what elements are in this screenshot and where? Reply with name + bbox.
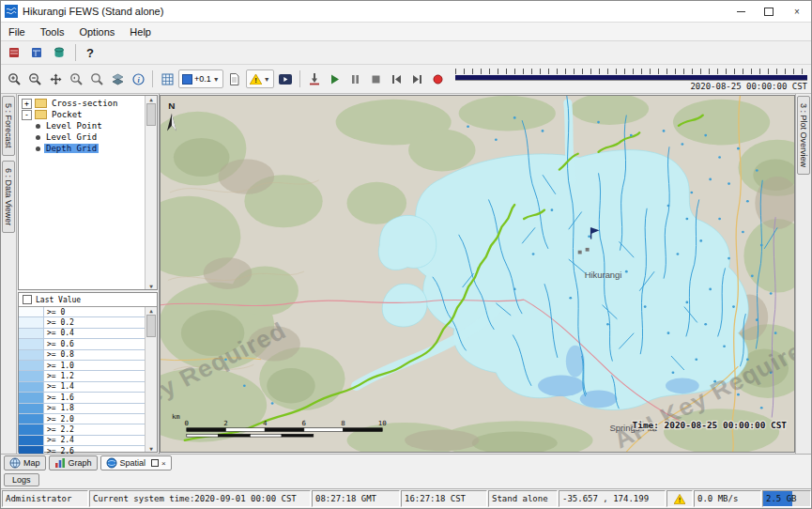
dot-icon [36, 147, 40, 151]
tab-spatial[interactable]: Spatial × [100, 455, 172, 470]
zoom-previous-icon[interactable] [67, 69, 85, 88]
tree-expander-icon[interactable]: + [22, 99, 32, 109]
maximize-button[interactable] [755, 1, 783, 22]
main-region: 5 : Forecast 6 : Data Viewer +Cross-sect… [1, 94, 811, 454]
svg-text:8: 8 [341, 419, 345, 427]
legend-label: >= 2.0 [44, 414, 74, 424]
info-icon[interactable]: i [129, 69, 147, 88]
movie-export-icon[interactable] [276, 69, 295, 88]
map-view[interactable]: API Key Required API Key Required Hikura… [160, 95, 795, 453]
legend-label: >= 0.2 [44, 317, 74, 327]
tab-spatial-label: Spatial [120, 458, 146, 468]
undock-tab-icon[interactable] [151, 459, 159, 467]
title-bar: Hikurangi FEWS (Stand alone) × [1, 1, 811, 23]
folder-icon [35, 99, 47, 108]
last-value-checkbox[interactable] [23, 295, 32, 304]
legend-row: >= 1.8 [19, 404, 145, 414]
scroll-up-icon[interactable]: ▲ [149, 96, 153, 102]
layers-icon[interactable] [108, 69, 127, 88]
scroll-up-icon[interactable]: ▲ [149, 307, 153, 314]
play-button[interactable] [326, 69, 345, 88]
scroll-thumb[interactable] [146, 315, 156, 337]
grid-display-icon[interactable] [158, 69, 176, 88]
svg-text:km: km [172, 413, 180, 422]
left-tab-strip: 5 : Forecast 6 : Data Viewer [1, 94, 17, 454]
svg-text:10: 10 [378, 419, 387, 427]
minimize-button[interactable] [727, 1, 755, 22]
timeline-slider[interactable] [455, 68, 807, 81]
legend-row: >= 0 [19, 307, 145, 317]
chevron-down-icon: ▼ [213, 76, 220, 83]
status-gmt-time: 08:27:18 GMT [312, 490, 400, 507]
legend-row: >= 0.6 [19, 339, 145, 349]
zoom-in-icon[interactable] [5, 69, 23, 88]
help-icon[interactable]: ? [83, 46, 98, 60]
legend-swatch [19, 350, 44, 360]
overlay-value: +0.1 [194, 74, 211, 84]
tree-item[interactable]: Depth Grid [19, 143, 145, 154]
legend-scrollbar[interactable]: ▲ ▼ [145, 307, 157, 452]
map-canvas: API Key Required API Key Required Hikura… [161, 96, 794, 452]
tree-expander-icon[interactable]: - [22, 110, 32, 120]
tree-item[interactable]: -Pocket [19, 109, 145, 120]
dot-icon [36, 135, 40, 140]
legend-swatch [19, 393, 44, 402]
toolbar-separator [152, 70, 153, 87]
zoom-extent-icon[interactable] [87, 69, 106, 88]
legend-label: >= 2.4 [44, 436, 74, 445]
toolbar-separator [75, 44, 76, 61]
tab-plot-overview[interactable]: 3 : Plot Overview [797, 96, 810, 175]
tree-item[interactable]: +Cross-section [19, 98, 145, 109]
tree-item[interactable]: Level Grid [19, 131, 145, 143]
close-tab-icon[interactable]: × [161, 459, 166, 468]
stop-button[interactable] [367, 69, 386, 88]
menu-file[interactable]: File [1, 25, 33, 39]
record-button[interactable] [429, 69, 448, 88]
tree-scrollbar[interactable]: ▲ ▼ [145, 96, 157, 289]
menu-options[interactable]: Options [71, 25, 122, 39]
menu-bar: File Tools Options Help [1, 23, 811, 41]
timeline-bar [455, 75, 807, 80]
legend-swatch [19, 414, 44, 424]
download-data-icon[interactable] [305, 69, 324, 88]
legend-label: >= 0 [44, 307, 65, 316]
legend-label: >= 1.6 [44, 393, 74, 402]
warning-icon: ! [250, 74, 262, 85]
legend-swatch [19, 424, 44, 434]
database-green-icon[interactable] [50, 43, 69, 62]
document-icon[interactable] [225, 69, 244, 88]
legend-panel: Last Value >= 0>= 0.2>= 0.4>= 0.6>= 0.8>… [18, 292, 158, 453]
tab-forecast[interactable]: 5 : Forecast [2, 96, 15, 156]
warning-dropdown[interactable]: ! ▼ [246, 69, 274, 88]
legend-swatch [19, 404, 44, 413]
overlay-value-dropdown[interactable]: +0.1 ▼ [178, 69, 223, 88]
svg-text:i: i [137, 75, 140, 84]
timeline-ticks [455, 69, 807, 74]
database-red-icon[interactable] [5, 43, 23, 62]
map-time-label: Time: 2020-08-25 00:00:00 CST [633, 420, 788, 430]
menu-help[interactable]: Help [122, 25, 159, 39]
current-timestep: 2020-08-25 00:00:00 CST [690, 82, 807, 91]
status-warning-cell[interactable]: ! [666, 490, 693, 507]
zoom-out-icon[interactable] [25, 69, 44, 88]
scroll-thumb[interactable] [146, 103, 156, 126]
tab-graph[interactable]: Graph [49, 455, 98, 470]
pause-button[interactable] [346, 69, 365, 88]
menu-tools[interactable]: Tools [33, 25, 72, 39]
logs-button[interactable]: Logs [4, 473, 39, 486]
step-forward-button[interactable] [408, 69, 427, 88]
tab-map[interactable]: Map [4, 455, 46, 470]
tab-data-viewer[interactable]: 6 : Data Viewer [2, 161, 15, 233]
pan-hand-icon[interactable] [46, 69, 65, 88]
close-button[interactable]: × [783, 1, 811, 22]
legend-header: Last Value [19, 293, 157, 307]
legend-label: >= 1.4 [44, 382, 74, 392]
app-window: Hikurangi FEWS (Stand alone) × File Tool… [0, 0, 812, 509]
explorer-blue-icon[interactable] [27, 43, 46, 62]
tree-item[interactable]: Level Point [19, 120, 145, 131]
warning-icon: ! [674, 494, 685, 504]
town-label-hikurangi: Hikurangi [585, 270, 622, 280]
step-back-button[interactable] [388, 69, 406, 88]
scroll-down-icon[interactable]: ▼ [149, 283, 153, 289]
scroll-down-icon[interactable]: ▼ [149, 445, 153, 452]
